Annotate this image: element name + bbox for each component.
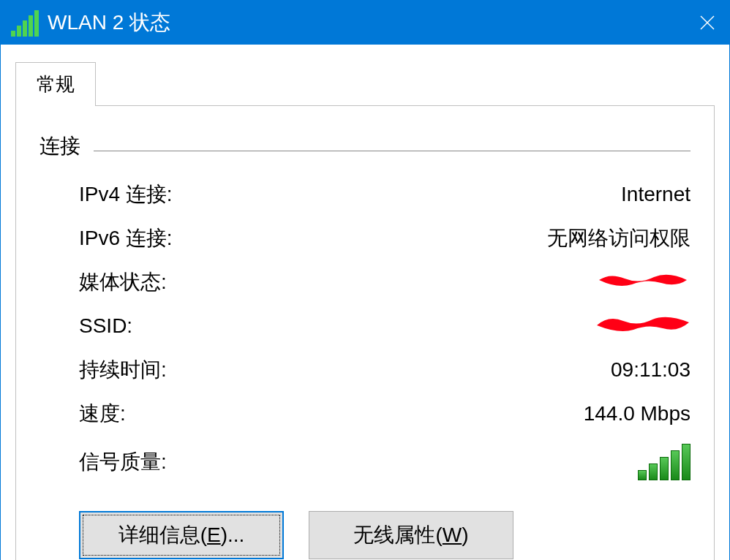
redacted-mark <box>595 270 691 290</box>
details-button[interactable]: 详细信息(E)... <box>79 511 284 559</box>
row-ipv6: IPv6 连接: 无网络访问权限 <box>39 224 691 252</box>
tab-general[interactable]: 常规 <box>15 62 96 106</box>
signal-quality-label: 信号质量: <box>79 448 167 476</box>
ipv4-label: IPv4 连接: <box>79 181 173 208</box>
signal-quality-value <box>638 444 691 480</box>
button-row: 详细信息(E)... 无线属性(W) <box>39 496 691 559</box>
titlebar-title: WLAN 2 状态 <box>48 9 685 37</box>
signal-bars-icon <box>638 444 691 480</box>
ipv6-value: 无网络访问权限 <box>547 224 691 252</box>
ssid-value <box>595 314 691 339</box>
wlan-status-dialog: WLAN 2 状态 常规 连接 IPv4 连接: Internet IPv6 连… <box>0 0 730 560</box>
row-ssid: SSID: <box>39 312 691 340</box>
content-area: 常规 连接 IPv4 连接: Internet IPv6 连接: 无网络访问权限… <box>1 45 729 560</box>
duration-label: 持续时间: <box>79 356 167 384</box>
media-state-label: 媒体状态: <box>79 268 167 296</box>
section-divider <box>94 151 691 151</box>
ssid-label: SSID: <box>79 314 132 338</box>
signal-icon <box>11 9 39 37</box>
media-state-value <box>595 270 691 295</box>
ipv6-label: IPv6 连接: <box>79 224 173 252</box>
redacted-mark <box>595 314 691 334</box>
row-ipv4: IPv4 连接: Internet <box>39 181 691 208</box>
speed-label: 速度: <box>79 400 126 428</box>
row-speed: 速度: 144.0 Mbps <box>39 400 691 428</box>
close-icon <box>699 14 716 31</box>
tab-row: 常规 <box>15 67 715 106</box>
row-duration: 持续时间: 09:11:03 <box>39 356 691 384</box>
ipv4-value: Internet <box>621 183 691 206</box>
titlebar: WLAN 2 状态 <box>1 1 729 45</box>
tab-body: 连接 IPv4 连接: Internet IPv6 连接: 无网络访问权限 媒体… <box>15 106 715 560</box>
row-signal-quality: 信号质量: <box>39 444 691 480</box>
close-button[interactable] <box>685 1 729 45</box>
row-media-state: 媒体状态: <box>39 268 691 296</box>
speed-value: 144.0 Mbps <box>584 402 691 425</box>
section-connection-header: 连接 <box>39 132 691 160</box>
duration-value: 09:11:03 <box>611 358 691 382</box>
section-connection-label: 连接 <box>39 132 80 160</box>
wireless-properties-button[interactable]: 无线属性(W) <box>309 511 513 559</box>
